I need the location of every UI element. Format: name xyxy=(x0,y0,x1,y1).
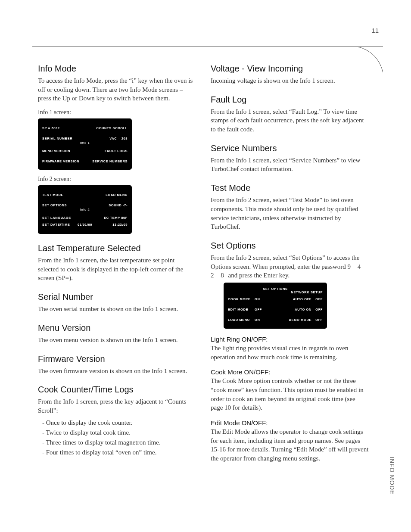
caption-info1: Info 1 screen: xyxy=(38,109,196,116)
paragraph: The light ring provides visual cues in r… xyxy=(211,344,369,361)
list-item: Four times to display total “oven on” ti… xyxy=(47,448,196,457)
lcd-cell: NETWORK SETUP xyxy=(228,290,323,294)
heading-test-mode: Test Mode xyxy=(211,183,369,193)
paragraph: Incoming voltage is shown on the Info 1 … xyxy=(211,76,369,85)
paragraph: The oven serial number is shown on the I… xyxy=(38,305,196,314)
lcd-cell: 13:23:05 xyxy=(99,223,128,230)
subheading-light-ring: Light Ring ON/OFF: xyxy=(211,336,369,343)
lcd-info1: SP = 500FCOUNTS SCROLL SERIAL NUMBERVAC … xyxy=(38,118,132,170)
lcd-cell: MENU VERSION xyxy=(42,149,70,153)
heading-cook-counter: Cook Counter/Time Logs xyxy=(38,385,196,395)
lcd-cell: OFF xyxy=(255,308,266,311)
lcd-tag: Info 2 xyxy=(42,208,128,212)
paragraph: From the Info 1 screen, select “Service … xyxy=(211,156,369,174)
heading-service-numbers: Service Numbers xyxy=(211,143,369,153)
lcd-tag: Info 1 xyxy=(42,141,128,145)
lcd-cell: AUTO OFF xyxy=(279,297,311,301)
paragraph: The Edit Mode allows the operator to cha… xyxy=(211,427,369,463)
heading-fault-log: Fault Log xyxy=(211,95,369,105)
heading-serial: Serial Number xyxy=(38,292,196,302)
subheading-cook-more: Cook More ON/OFF: xyxy=(211,368,369,376)
lcd-cell: DEMO MODE xyxy=(279,318,311,322)
list-item: Twice to display total cook time. xyxy=(47,428,196,438)
lcd-cell: EDIT MODE xyxy=(228,308,255,311)
heading-menu-version: Menu Version xyxy=(38,323,196,333)
lcd-cell: OFF xyxy=(311,318,323,322)
list-item: Once to display the cook counter. xyxy=(47,418,196,428)
list-item: Three times to display total magnetron t… xyxy=(47,438,196,448)
lcd-cell: SET LANGUAGE xyxy=(42,216,71,220)
lcd-cell: SOUND -7- xyxy=(109,203,128,207)
paragraph: To access the Info Mode, press the “i” k… xyxy=(38,76,196,103)
lcd-cell: ON xyxy=(255,297,266,301)
lcd-cell: SET DATE/TIME xyxy=(42,223,71,230)
lcd-cell: COUNTS SCROLL xyxy=(97,126,128,130)
paragraph: From the Info 1 screen, the last tempera… xyxy=(38,256,196,283)
right-column: Voltage - View Incoming Incoming voltage… xyxy=(211,64,369,466)
lcd-cell: OFF xyxy=(311,308,323,311)
lcd-cell: FAULT LOGS xyxy=(105,149,128,153)
heading-voltage: Voltage - View Incoming xyxy=(211,64,369,74)
lcd-cell: SP = 500F xyxy=(42,126,60,130)
lcd-cell: 01/01/00 xyxy=(71,223,99,230)
text: and press the Enter key. xyxy=(227,272,290,279)
heading-set-options: Set Options xyxy=(211,241,369,251)
lcd-set-options: SET OPTIONS NETWORK SETUP COOK MORE ON A… xyxy=(224,283,327,329)
paragraph: From the Info 1 screen, press the key ad… xyxy=(38,397,196,415)
heading-last-temp: Last Temperature Selected xyxy=(38,243,196,253)
lcd-cell: TEST MODE xyxy=(42,193,63,197)
caption-info2: Info 2 screen: xyxy=(38,176,196,183)
paragraph: From the Info 1 screen, select “Fault Lo… xyxy=(211,107,369,134)
lcd-cell: ON xyxy=(255,318,266,322)
heading-firmware-version: Firmware Version xyxy=(38,354,196,364)
lcd-cell: AUTO ON xyxy=(279,308,311,311)
lcd-cell: LOAD MENU xyxy=(106,193,128,197)
paragraph: The oven firmware version is shown on th… xyxy=(38,367,196,376)
lcd-cell: SET OPTIONS xyxy=(42,203,67,207)
lcd-cell: OFF xyxy=(311,297,323,301)
text: From the Info 2 screen, select “Set Opti… xyxy=(211,254,359,270)
paragraph: From the Info 2 screen, select “Test Mod… xyxy=(211,196,369,231)
page: 11 INFO MODE Info Mode To access the Inf… xyxy=(0,0,411,532)
lcd-cell: VAC = 208 xyxy=(109,137,128,140)
lcd-cell: SERVICE NUMBERS xyxy=(92,159,128,163)
lcd-cell: LOAD MENU xyxy=(228,318,255,322)
page-number: 11 xyxy=(371,27,379,34)
paragraph: The Cook More option controls whether or… xyxy=(211,376,369,412)
lcd-cell: COOK MORE xyxy=(228,297,255,301)
heading-info-mode: Info Mode xyxy=(38,64,196,74)
subheading-edit-mode: Edit Mode ON/OFF: xyxy=(211,419,369,426)
lcd-cell: FIRMWARE VERSION xyxy=(42,159,79,163)
left-column: Info Mode To access the Info Mode, press… xyxy=(38,64,196,466)
lcd-cell: SERIAL NUMBER xyxy=(42,137,72,140)
lcd-cell: EC TEMP 80F xyxy=(104,216,128,220)
paragraph: From the Info 2 screen, select “Set Opti… xyxy=(211,253,369,280)
paragraph: The oven menu version is shown on the In… xyxy=(38,336,196,345)
list-counts: Once to display the cook counter. Twice … xyxy=(38,418,196,458)
section-tab: INFO MODE xyxy=(389,457,395,495)
lcd-info2: TEST MODELOAD MENU SET OPTIONSSOUND -7- … xyxy=(38,185,132,234)
top-rule xyxy=(32,47,383,47)
